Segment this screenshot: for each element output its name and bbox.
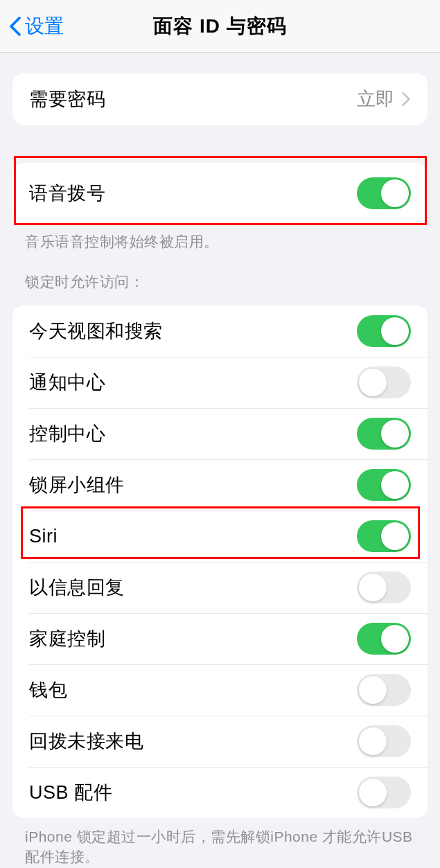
toggle-switch[interactable] — [357, 623, 411, 655]
lock-access-row: 通知中心 — [12, 357, 428, 408]
toggle-switch[interactable] — [357, 520, 411, 552]
row-label: 需要密码 — [29, 87, 105, 112]
row-label: 锁屏小组件 — [29, 472, 125, 497]
settings-content: 需要密码 立即 语音拨号 音乐语音控制将始终被启用。 锁定时允许访问： 今天视图… — [0, 73, 440, 867]
toggle-switch[interactable] — [357, 674, 411, 706]
row-label: 通知中心 — [29, 370, 105, 395]
back-label: 设置 — [25, 13, 64, 39]
lock-access-group: 今天视图和搜索通知中心控制中心锁屏小组件Siri以信息回复家庭控制钱包回拨未接来… — [12, 305, 428, 818]
toggle-switch[interactable] — [357, 777, 411, 808]
row-label: 控制中心 — [29, 421, 105, 446]
toggle-switch[interactable] — [357, 725, 411, 757]
row-right: 立即 — [357, 87, 411, 112]
lock-access-row: USB 配件 — [12, 767, 428, 818]
toggle-switch[interactable] — [357, 418, 411, 450]
lock-access-row: 以信息回复 — [12, 562, 428, 613]
lock-access-row: Siri — [12, 511, 428, 562]
require-passcode-group: 需要密码 立即 — [12, 73, 428, 125]
lock-access-row: 家庭控制 — [12, 613, 428, 664]
voice-dial-group: 语音拨号 — [12, 163, 428, 224]
lock-access-footer: iPhone 锁定超过一小时后，需先解锁iPhone 才能允许USB 配件连接。 — [0, 818, 440, 867]
page-title: 面容 ID 与密码 — [153, 13, 287, 39]
row-label: 以信息回复 — [29, 575, 125, 600]
voice-dial-row: 语音拨号 — [12, 163, 428, 224]
row-label: 回拨未接来电 — [29, 729, 143, 754]
row-label: USB 配件 — [29, 780, 112, 805]
row-label: 今天视图和搜索 — [29, 319, 163, 344]
row-label: 语音拨号 — [29, 181, 105, 206]
lock-access-row: 锁屏小组件 — [12, 459, 428, 511]
require-passcode-row[interactable]: 需要密码 立即 — [12, 73, 428, 125]
lock-access-header: 锁定时允许访问： — [0, 251, 440, 299]
row-value: 立即 — [357, 87, 394, 112]
lock-access-row: 今天视图和搜索 — [12, 305, 428, 357]
row-label: 钱包 — [29, 677, 67, 702]
row-label: Siri — [29, 526, 58, 547]
back-button[interactable]: 设置 — [8, 13, 64, 39]
toggle-switch[interactable] — [357, 572, 411, 603]
lock-access-row: 钱包 — [12, 664, 428, 716]
chevron-right-icon — [401, 91, 411, 107]
row-label: 家庭控制 — [29, 626, 105, 651]
chevron-left-icon — [8, 15, 22, 37]
lock-access-row: 控制中心 — [12, 408, 428, 459]
toggle-switch[interactable] — [357, 315, 411, 347]
voice-dial-footer: 音乐语音控制将始终被启用。 — [0, 224, 440, 251]
navigation-bar: 设置 面容 ID 与密码 — [0, 0, 440, 53]
toggle-switch[interactable] — [357, 366, 411, 398]
lock-access-row: 回拨未接来电 — [12, 716, 428, 767]
voice-dial-toggle[interactable] — [357, 177, 411, 209]
toggle-switch[interactable] — [357, 469, 411, 501]
